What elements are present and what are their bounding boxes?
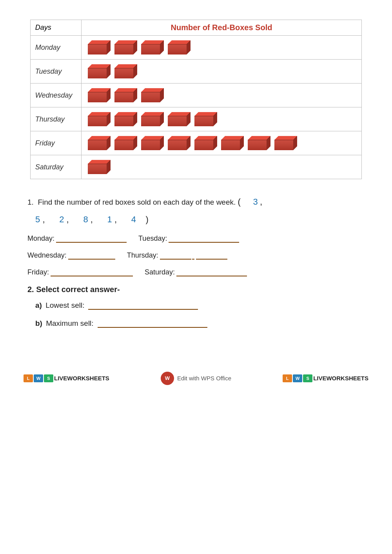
saturday-underline[interactable] [176, 269, 247, 276]
lw-box-orange: L [24, 374, 33, 382]
q1-paren-open: ( [238, 197, 241, 207]
red-box-icon [140, 111, 164, 128]
tuesday-answer: Tuesday: [138, 234, 239, 243]
q1-num5: 1 [107, 214, 112, 224]
wednesday-underline[interactable] [68, 252, 115, 260]
day-cell: Tuesday [30, 60, 81, 84]
svg-marker-66 [88, 116, 107, 126]
q1-comma5: , [114, 214, 117, 224]
red-box-icon [166, 111, 191, 128]
red-box-icon [86, 39, 111, 56]
saturday-answer: Saturday: [145, 268, 247, 276]
q1-comma2: , [42, 214, 45, 224]
q2-item-a: a) Lowest sell: [35, 301, 365, 310]
svg-marker-10 [114, 44, 133, 54]
thursday-answer: Thursday: [127, 251, 227, 260]
lw-box-blue: W [34, 374, 43, 382]
thursday-underline-2[interactable] [196, 252, 227, 260]
wps-icon: W [161, 372, 174, 385]
q1-numbers-row: 5 , 2 , 8 , 1 , 4 ) [35, 212, 365, 227]
q2-letter-b-bold: b) [35, 319, 42, 327]
svg-marker-157 [88, 164, 107, 174]
friday-underline[interactable] [51, 269, 133, 276]
svg-marker-150 [274, 140, 293, 150]
svg-marker-87 [168, 116, 187, 126]
red-box-icon [273, 134, 297, 152]
day-cell: Friday [30, 131, 81, 155]
wednesday-answer: Wednesday: [27, 251, 115, 260]
wednesday-label: Wednesday: [27, 251, 67, 260]
q1-paren-close: ) [145, 214, 148, 224]
q2-letter-a: a) Lowest sell: [35, 301, 84, 310]
q1-num2: 5 [35, 214, 40, 224]
red-box-icon [86, 134, 111, 152]
boxes-cell [81, 84, 361, 107]
svg-marker-17 [141, 44, 160, 54]
friday-answer: Friday: [27, 268, 133, 276]
red-box-icon [113, 134, 137, 152]
red-box-icon [140, 87, 164, 104]
table-row: Saturday [30, 155, 361, 179]
tuesday-label: Tuesday: [138, 234, 167, 243]
q2-letter-b: b) Maximum sell: [35, 319, 94, 328]
thursday-underline-1[interactable] [160, 252, 191, 260]
lw-box-green-2: S [303, 374, 312, 382]
q1-comma4: , [91, 214, 93, 224]
day-cell: Monday [30, 36, 81, 60]
day-cell: Thursday [30, 107, 81, 131]
red-box-icon [246, 134, 270, 152]
question-2: 2. Select correct answer- a) Lowest sell… [27, 285, 365, 328]
red-box-icon [86, 87, 111, 104]
svg-marker-122 [168, 140, 187, 150]
monday-label: Monday: [27, 234, 54, 243]
svg-marker-101 [88, 140, 107, 150]
svg-marker-45 [88, 92, 107, 102]
red-box-icon [193, 111, 217, 128]
red-box-icon [86, 63, 111, 80]
svg-marker-94 [194, 116, 213, 126]
red-box-icon [86, 111, 111, 128]
monday-answer: Monday: [27, 234, 127, 243]
q2-title: 2. Select correct answer- [27, 285, 365, 294]
boxes-cell [81, 60, 361, 84]
q1-num4: 8 [83, 214, 88, 224]
boxes-cell [81, 36, 361, 60]
boxes-cell [81, 155, 361, 179]
red-box-icon [166, 134, 191, 152]
svg-marker-108 [114, 140, 133, 150]
lw-text-left: LIVEWORKSHEETS [54, 375, 109, 381]
footer: L W S LIVEWORKSHEETS W Edit with WPS Off… [16, 365, 376, 385]
q1-num3: 2 [59, 214, 64, 224]
q2-item-b: b) Maximum sell: [35, 319, 365, 328]
table-header-days: Days [30, 20, 81, 36]
red-box-icon [113, 87, 137, 104]
red-box-icon [193, 134, 217, 152]
answer-lines: Monday: Tuesday: Wednesday: Thursday: [27, 234, 365, 276]
lw-text-right: LIVEWORKSHEETS [313, 375, 368, 381]
questions-section: 1. Find the number of red boxes sold on … [16, 191, 376, 341]
friday-label: Friday: [27, 268, 49, 276]
thursday-dash [192, 252, 194, 260]
thursday-label: Thursday: [127, 251, 158, 260]
svg-marker-129 [194, 140, 213, 150]
table-row: Thursday [30, 107, 361, 131]
red-box-icon [140, 134, 164, 152]
svg-marker-59 [141, 92, 160, 102]
lw-box-blue-2: W [293, 374, 302, 382]
red-box-icon [86, 158, 111, 176]
saturday-label: Saturday: [145, 268, 175, 276]
q2-letter-a-bold: a) [35, 301, 42, 309]
q2-lowest-underline[interactable] [88, 302, 198, 310]
q2-maximum-underline[interactable] [98, 320, 207, 328]
svg-marker-115 [141, 140, 160, 150]
red-box-icon [113, 111, 137, 128]
svg-marker-24 [168, 44, 187, 54]
table-row: Wednesday [30, 84, 361, 107]
answer-row-2: Wednesday: Thursday: [27, 251, 365, 260]
boxes-cell [81, 107, 361, 131]
table-header-title: Number of Red-Boxes Sold [81, 20, 361, 36]
tuesday-underline[interactable] [169, 235, 239, 243]
svg-marker-136 [221, 140, 240, 150]
monday-underline[interactable] [56, 235, 127, 243]
wps-label: Edit with WPS Office [177, 375, 231, 381]
